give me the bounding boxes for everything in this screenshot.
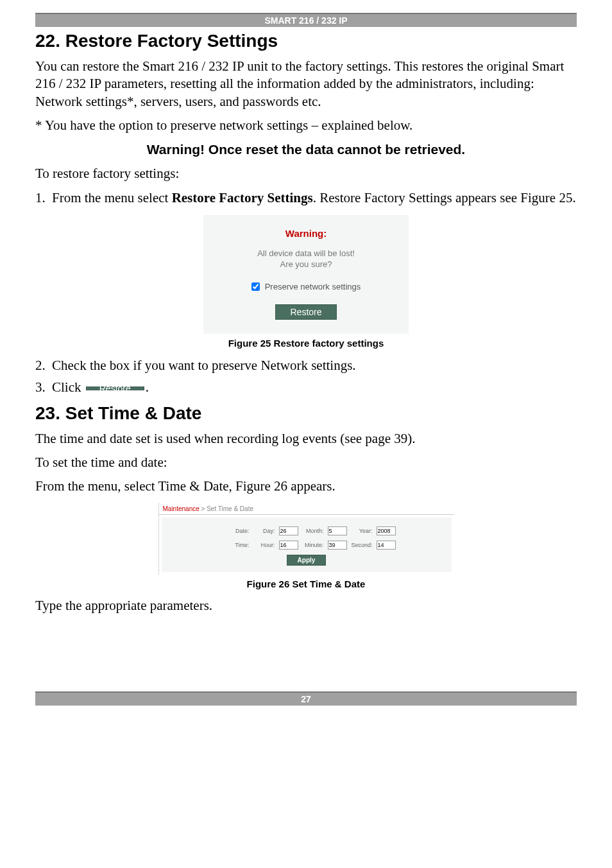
crumb-maintenance: Maintenance — [163, 505, 200, 512]
s23-p2: To set the time and date: — [35, 454, 577, 471]
time-label: Time: — [217, 542, 250, 548]
crumb-sep: > — [200, 505, 207, 512]
second-label: Second: — [351, 542, 373, 548]
s22-p3: To restore factory settings: — [35, 165, 577, 182]
s23-p3: From the menu, select Time & Date, Figur… — [35, 478, 577, 495]
s22-p1: You can restore the Smart 216 / 232 IP u… — [35, 58, 577, 110]
fig25-warning-title: Warning: — [210, 228, 402, 239]
minute-input[interactable] — [328, 541, 347, 550]
s22-warning: Warning! Once reset the data cannot be r… — [35, 142, 577, 157]
preserve-network-label: Preserve network settings — [265, 282, 361, 291]
preserve-network-checkbox[interactable] — [251, 282, 260, 291]
year-label: Year: — [351, 528, 373, 534]
fig25-caption: Figure 25 Restore factory settings — [35, 338, 577, 349]
s22-step3: 3. Click Restore. — [35, 378, 577, 396]
s22-step3-b: . — [146, 379, 149, 395]
s22-step1-c: . Restore Factory Settings appears see F… — [313, 190, 576, 205]
breadcrumb: Maintenance > Set Time & Date — [159, 503, 454, 515]
s22-step1: 1. From the menu select Restore Factory … — [35, 189, 577, 207]
preserve-network-row[interactable]: Preserve network settings — [251, 282, 361, 291]
s23-p1: The time and date set is used when recor… — [35, 430, 577, 447]
section-22-title: 22. Restore Factory Settings — [35, 31, 577, 51]
s22-step3-a: Click — [52, 379, 85, 395]
minute-label: Minute: — [302, 542, 324, 548]
hour-label: Hour: — [253, 542, 275, 548]
second-input[interactable] — [377, 541, 396, 550]
year-input[interactable] — [377, 526, 396, 535]
figure-26-dialog: Maintenance > Set Time & Date Date: Day:… — [158, 503, 454, 575]
month-label: Month: — [302, 528, 324, 534]
date-row: Date: Day: Month: Year: — [168, 526, 445, 535]
fig26-caption: Figure 26 Set Time & Date — [35, 578, 577, 589]
day-label: Day: — [253, 528, 275, 534]
date-label: Date: — [217, 528, 250, 534]
figure-25-dialog: Warning: All device data will be lost! A… — [203, 215, 409, 334]
time-row: Time: Hour: Minute: Second: — [168, 541, 445, 550]
month-input[interactable] — [328, 526, 347, 535]
last-p: Type the appropriate parameters. — [35, 597, 577, 614]
fig25-warning-msg: All device data will be lost! Are you su… — [210, 248, 402, 270]
s22-step2: 2. Check the box if you want to preserve… — [35, 356, 577, 374]
day-input[interactable] — [279, 526, 298, 535]
s22-p2: * You have the option to preserve networ… — [35, 117, 577, 134]
section-23-title: 23. Set Time & Date — [35, 403, 577, 424]
restore-button[interactable]: Restore — [275, 304, 336, 320]
s22-step1-b: Restore Factory Settings — [172, 190, 313, 205]
apply-button[interactable]: Apply — [287, 555, 327, 566]
footer-pagenum: 27 — [35, 691, 577, 706]
restore-button-inline[interactable]: Restore — [86, 386, 144, 390]
s22-step1-a: From the menu select — [52, 190, 172, 205]
header-banner: SMART 216 / 232 IP — [35, 13, 577, 27]
crumb-settime: Set Time & Date — [207, 505, 253, 512]
hour-input[interactable] — [279, 541, 298, 550]
